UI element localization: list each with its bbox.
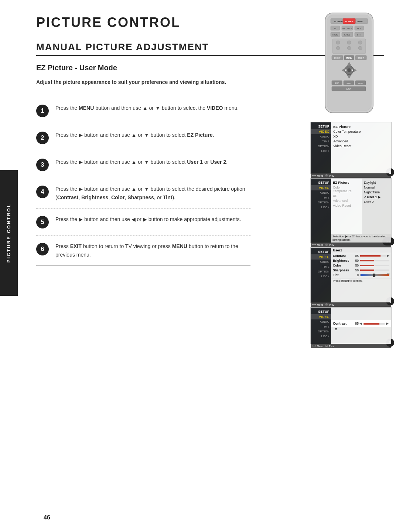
menu5-down-arrow: ▼: [334, 327, 391, 331]
menu23-note: Selection (▶ or ⊙) leads you to the deta…: [331, 234, 391, 243]
menu4-sharpness-value: 50: [352, 268, 359, 272]
menu23-video: VIDEO: [311, 185, 331, 190]
step-5: 5 Press the ▶ button and then use ◀ or ▶…: [36, 209, 250, 235]
step-1: 1 Press the MENU button and then use ▲ o…: [36, 97, 250, 124]
menu4-press-note: Press MENU to confirm.: [331, 278, 391, 283]
menu5-audio: AUDIO: [311, 319, 331, 324]
menu1-option: OPTION: [311, 144, 331, 149]
svg-text:EXIT: EXIT: [335, 82, 339, 84]
remote-control-image: TV INPUT INPUT POWER TV DVD MODE VCR AUD…: [314, 11, 388, 116]
menu1-video-reset: Video Reset: [333, 143, 389, 148]
svg-text:BRIGHT: BRIGHT: [358, 57, 364, 59]
menu4-tint-label: Tint: [333, 273, 352, 277]
menu4-sharpness-label: Sharpness: [333, 268, 352, 272]
menu5-video: VIDEO: [311, 314, 331, 319]
menu23-color-temp: Color Temperature: [333, 185, 360, 193]
menu4-brightness-value: 50: [352, 259, 359, 262]
svg-text:INPUT: INPUT: [357, 20, 363, 23]
menu1-advanced: Advanced: [333, 139, 389, 143]
menu23-option: OPTION: [311, 200, 331, 205]
menu4-color-label: Color: [333, 264, 352, 267]
svg-text:BRIGHT: BRIGHT: [334, 57, 340, 59]
page-number: 46: [44, 514, 50, 521]
sidebar: PICTURE CONTROL: [0, 170, 18, 296]
menu23-advanced: Advanced: [333, 198, 360, 203]
menu1-xd: XD: [333, 134, 389, 139]
menu4-sharpness-bar: [360, 270, 389, 271]
menu5-time: TIME: [311, 324, 331, 329]
menu-box-1: SETUP VIDEO AUDIO TIME OPTION LOCK EZ Pi…: [310, 122, 392, 174]
menu4-contrast-value: 85: [352, 254, 359, 258]
svg-point-25: [347, 46, 351, 50]
main-content: PICTURE CONTROL MANUAL PICTURE ADJUSTMEN…: [18, 0, 399, 532]
menu23-video-reset: Video Reset: [333, 203, 360, 208]
menu4-color-value: 50: [352, 264, 359, 267]
menu23-user1: ✓User 1 ▶: [364, 194, 389, 199]
menu1-color-temp: Color Temperature: [333, 129, 389, 134]
menu23-normal: Normal: [364, 185, 389, 190]
menu4-brightness-row: Brightness 50: [331, 258, 391, 263]
svg-text:INPUT: INPUT: [346, 88, 351, 90]
step-text-1: Press the MENU button and then use ▲ or …: [55, 104, 250, 112]
menu5-arrow-left: ◀: [359, 322, 362, 325]
menu5-bar: [364, 323, 385, 325]
menu23-night-time: Night Time: [364, 190, 389, 194]
menu1-time: TIME: [311, 139, 331, 144]
menu23-footer: ⟺ Move ⊡ Prev: [311, 243, 391, 247]
svg-point-39: [347, 68, 351, 72]
menu4-setup: SETUP: [311, 249, 331, 254]
menu4-audio: AUDIO: [311, 260, 331, 264]
menu23-setup: SETUP: [311, 180, 331, 185]
menu1-setup: SETUP: [311, 124, 331, 129]
menu4-contrast-bar: [360, 255, 386, 257]
menu4-tint-bar: ⊡: [360, 274, 389, 276]
menu4-color-row: Color 50: [331, 263, 391, 268]
menu5-contrast-label: Contrast: [333, 322, 351, 325]
svg-text:STR: STR: [357, 34, 361, 36]
svg-text:CABLE: CABLE: [344, 34, 351, 36]
step-text-3: Press the ▶ button and then use ▲ or ▼ b…: [55, 158, 250, 166]
menu5-arrow-right: ▶: [386, 322, 389, 325]
description: Adjust the picture appearance to suit yo…: [36, 78, 250, 86]
steps-container: 1 Press the MENU button and then use ▲ o…: [36, 97, 250, 266]
step-text-4: Press the ▶ button and then use ▲ or ▼ b…: [55, 185, 250, 201]
menu23-user2: User 2: [364, 199, 389, 204]
menu4-option: OPTION: [311, 269, 331, 274]
step-number-5: 5: [36, 216, 49, 228]
menu4-brightness-label: Brightness: [333, 259, 352, 262]
menu1-audio: AUDIO: [311, 134, 331, 139]
svg-text:AUDIO: AUDIO: [332, 34, 338, 36]
menu4-time: TIME: [311, 264, 331, 269]
step-3: 3 Press the ▶ button and then use ▲ or ▼…: [36, 151, 250, 178]
step-text-6: Press EXIT button to return to TV viewin…: [55, 242, 250, 259]
menu1-footer: ⟺ Move ⊡ Prev: [311, 173, 391, 178]
menu4-video: VIDEO: [311, 254, 331, 260]
menu5-contrast-value: 85: [351, 322, 359, 325]
svg-point-23: [358, 41, 362, 44]
step-number-4: 4: [36, 186, 49, 198]
menu1-video: VIDEO: [311, 129, 331, 134]
step-number-1: 1: [36, 105, 49, 117]
svg-text:POWER: POWER: [345, 20, 353, 23]
menu23-audio: AUDIO: [311, 190, 331, 195]
menu4-tint-value: 0: [352, 273, 359, 277]
remote-svg: TV INPUT INPUT POWER TV DVD MODE VCR AUD…: [314, 11, 384, 115]
step-6: 6 Press EXIT button to return to TV view…: [36, 235, 250, 266]
svg-text:TV INPUT: TV INPUT: [334, 20, 343, 23]
menu-box-23: SETUP VIDEO AUDIO TIME OPTION LOCK EZ Pi…: [310, 178, 392, 243]
sidebar-label: PICTURE CONTROL: [6, 203, 11, 262]
svg-point-24: [336, 46, 340, 50]
step-number-2: 2: [36, 132, 49, 144]
menu4-user1-header: User1: [331, 248, 391, 253]
menu1-ez-picture: EZ Picture: [333, 124, 389, 129]
svg-text:VCR: VCR: [357, 27, 361, 30]
menu4-brightness-bar: [360, 260, 389, 261]
menu-box-5: SETUP VIDEO AUDIO TIME OPTION LOCK Contr…: [310, 307, 392, 344]
menu4-color-bar: [360, 265, 389, 266]
menu23-daylight: Daylight: [364, 180, 389, 185]
menu23-lock: LOCK: [311, 205, 331, 210]
menu23-ez-picture: EZ Picture: [333, 180, 360, 185]
svg-text:RATIO: RATIO: [358, 82, 363, 84]
menu4-contrast-row: Contrast 85 ▶: [331, 253, 391, 258]
menu5-option: OPTION: [311, 329, 331, 334]
